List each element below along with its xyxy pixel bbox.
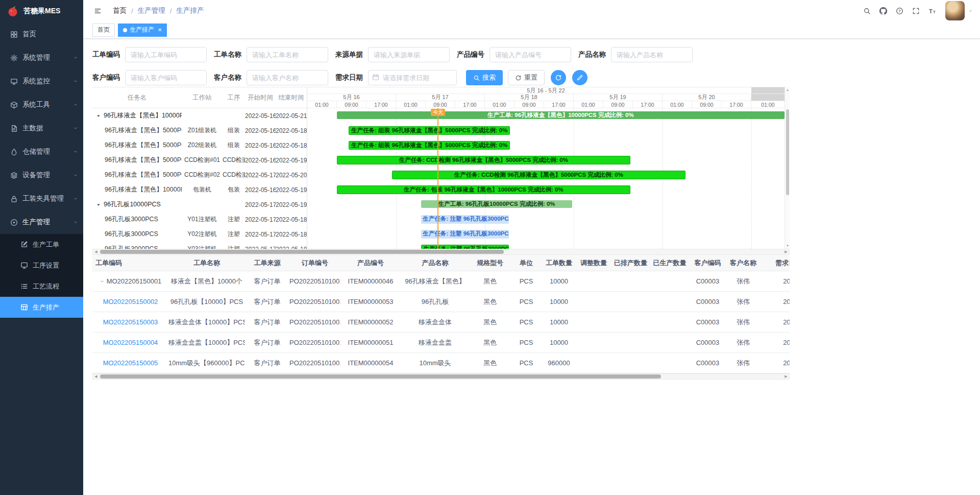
sidebar-item-production-management[interactable]: 生产管理 [0, 210, 83, 234]
demand-date-input[interactable] [368, 70, 457, 85]
sidebar-item-production-scheduling[interactable]: 生产排产 [0, 297, 83, 318]
sidebar-item-system-tools[interactable]: 系统工具 [0, 93, 83, 116]
timeline-day: 5月 17 [396, 94, 485, 101]
order-code-link[interactable]: MO202205150005 [103, 359, 158, 367]
order-cell: 客户订单 [245, 338, 289, 347]
order-code-link[interactable]: MO202205150003 [103, 318, 158, 326]
scroll-left-arrow[interactable]: ◀ [93, 249, 99, 254]
task-end: 2022-05-18 [276, 216, 307, 223]
sidebar-item-production-order[interactable]: 生产工单 [0, 234, 83, 255]
sidebar-item-system-monitor[interactable]: 系统监控 [0, 69, 83, 93]
calendar-icon [372, 74, 379, 81]
sidebar-item-process-settings[interactable]: 工序设置 [0, 255, 83, 276]
gantt-bar[interactable]: 生产任务: CCD检测 96孔移液盒【黑色】5000PCS 完成比例: 0% [337, 156, 630, 164]
order-cell: 客户订单 [245, 359, 289, 368]
breadcrumb-item[interactable]: 首页 [113, 6, 127, 15]
gantt-chart-body: 今天生产工单: 96孔移液盒【黑色】10000PCS 完成比例: 0%生产任务:… [307, 108, 785, 249]
timeline-hour: 09:00 [426, 101, 455, 108]
work-order-name-input[interactable] [247, 47, 328, 62]
scroll-up-arrow[interactable]: ▲ [785, 87, 790, 92]
order-cell: MO202205150005 [92, 359, 168, 367]
production-icon [10, 219, 18, 226]
refresh-icon [515, 75, 522, 81]
collapse-icon[interactable] [96, 202, 101, 207]
gantt-bar[interactable]: 生产任务: 注塑 96孔孔板3000PCS 完成比例: 0% [421, 215, 509, 224]
main-area: 首页/生产管理/生产排产 ? TT 首页生产排产✕ 工单编码工单名称来源单据产品… [83, 0, 980, 495]
order-cell: 10000 [542, 277, 576, 285]
gantt-bar[interactable]: 生产任务: CCD检测 96孔移液盒【黑色】5000PCS 完成比例: 0% [392, 171, 685, 179]
sidebar-item-home[interactable]: 首页 [0, 22, 83, 46]
order-code-link[interactable]: MO202205150001 [107, 277, 162, 285]
orders-column-header: 工单数量 [542, 258, 576, 268]
sidebar-item-equipment-management[interactable]: 设备管理 [0, 163, 83, 187]
task-name: 96孔孔板10000PCS [92, 200, 182, 209]
collapse-icon[interactable] [96, 113, 101, 119]
order-code-link[interactable]: MO202205150002 [103, 298, 158, 305]
github-icon[interactable] [876, 4, 890, 18]
today-badge: 今天 [431, 109, 445, 116]
filter-field-source-document: 来源单据 [335, 47, 450, 62]
gantt-bar[interactable]: 生产任务: 注塑 96孔孔板3000PCS 完成比例: 0% [421, 230, 509, 239]
gantt-bar[interactable]: 生产任务: 包装 96孔移液盒【黑色】10000PCS 完成比例: 0% [337, 185, 630, 194]
scroll-right-arrow[interactable]: ▶ [783, 374, 789, 379]
gantt-bar[interactable]: 生产工单: 96孔孔板10000PCS 完成比例: 0% [421, 200, 572, 208]
task-end: 2022-05-19 [276, 157, 307, 164]
close-icon[interactable]: ✕ [158, 27, 162, 33]
customer-code-input[interactable] [125, 70, 207, 85]
pencil-icon [576, 74, 583, 81]
task-end: 2022-05-18 [276, 142, 307, 149]
product-name-input[interactable] [611, 47, 693, 62]
sidebar-item-warehouse-management[interactable]: 仓储管理 [0, 140, 83, 163]
source-document-input[interactable] [368, 47, 450, 62]
order-cell: 张伟 [726, 318, 761, 327]
scrollbar-thumb[interactable] [786, 109, 789, 195]
order-cell: 移液盒盒体 [401, 318, 470, 327]
gantt-bar[interactable]: 生产工单: 96孔移液盒【黑色】10000PCS 完成比例: 0% [337, 111, 785, 119]
task-workstation: CCD检测#02 [182, 171, 223, 179]
breadcrumb-item[interactable]: 生产排产 [177, 6, 204, 15]
fullscreen-icon[interactable] [909, 4, 923, 18]
search-icon[interactable] [860, 4, 874, 18]
gantt-bar[interactable]: 生产任务: 组装 96孔移液盒【黑色】5000PCS 完成比例: 0% [349, 126, 510, 135]
order-cell: ITEM00000052 [340, 318, 401, 326]
sidebar-item-fixture-management[interactable]: 工装夹具管理 [0, 187, 83, 210]
order-cell: PO202205101001 [289, 339, 340, 346]
app-title: 苦糖果MES [23, 7, 60, 16]
search-button[interactable]: 搜索 [466, 70, 503, 85]
chevron-down-icon [73, 173, 78, 178]
font-size-icon[interactable]: TT [925, 4, 939, 18]
tab-1[interactable]: 首页 [92, 23, 115, 37]
order-cell: 黑色 [470, 338, 510, 347]
scroll-down-arrow[interactable]: ▼ [785, 243, 790, 248]
scrollbar-thumb[interactable] [100, 374, 661, 379]
filter-label: 需求日期 [335, 73, 363, 82]
filter-label: 客户编码 [92, 73, 120, 82]
help-icon[interactable]: ? [892, 4, 906, 18]
breadcrumb-item[interactable]: 生产管理 [138, 6, 165, 15]
sidebar-toggle-icon[interactable] [90, 4, 105, 18]
product-code-input[interactable] [489, 47, 571, 62]
task-process: 注塑 [223, 230, 245, 239]
order-cell: 96孔孔板【10000】PCS [168, 297, 245, 307]
warehouse-icon [10, 148, 18, 156]
gantt-bar[interactable]: 生产任务: 组装 96孔移液盒【黑色】5000PCS 完成比例: 0% [349, 141, 510, 150]
order-code-link[interactable]: MO202205150004 [103, 339, 158, 346]
scrollbar-thumb[interactable] [100, 250, 504, 254]
order-cell: PO202205101001 [289, 359, 340, 367]
timeline-hour: 09:00 [337, 101, 366, 108]
gantt-bar[interactable]: 生产任务: 注塑 96孔孔板3000PCS 完成比例: 0% [421, 245, 509, 249]
edit-circle-button[interactable] [572, 70, 587, 85]
avatar[interactable] [945, 1, 965, 20]
expand-row-icon[interactable] [100, 279, 105, 284]
chevron-down-icon[interactable] [968, 9, 973, 13]
scroll-right-arrow[interactable]: ▶ [783, 249, 789, 254]
customer-name-input[interactable] [247, 70, 328, 85]
work-order-code-input[interactable] [125, 47, 207, 62]
tab-2[interactable]: 生产排产✕ [118, 23, 167, 37]
sidebar-item-master-data[interactable]: 主数据 [0, 116, 83, 140]
refresh-circle-button[interactable] [551, 70, 566, 85]
reset-button[interactable]: 重置 [508, 70, 545, 85]
sidebar-item-system-management[interactable]: 系统管理 [0, 46, 83, 69]
scroll-left-arrow[interactable]: ◀ [93, 374, 99, 379]
sidebar-item-process-flow[interactable]: 工艺流程 [0, 276, 83, 297]
